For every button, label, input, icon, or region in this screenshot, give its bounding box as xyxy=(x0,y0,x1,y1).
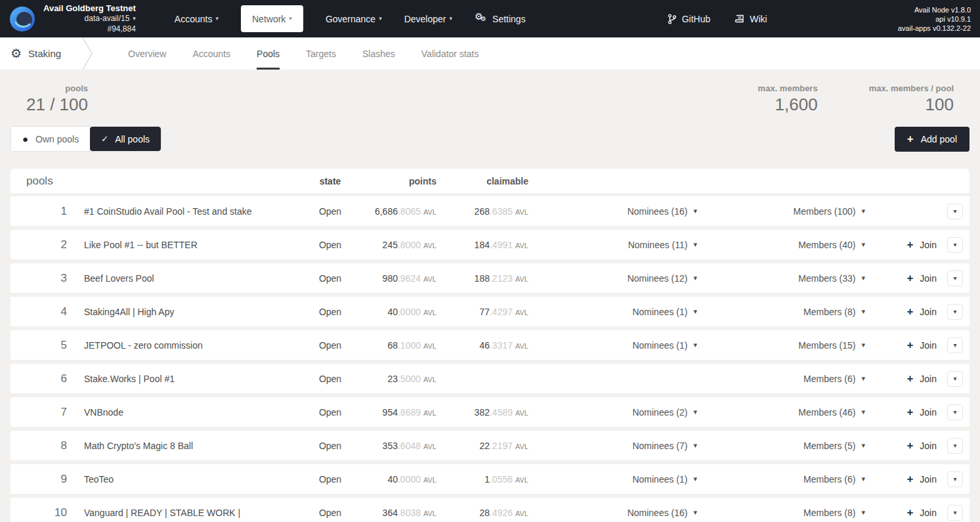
join-label: Join xyxy=(920,474,937,485)
pool-expander-button[interactable]: ▾ xyxy=(947,505,963,521)
chevron-down-icon: ▾ xyxy=(953,509,956,516)
pool-members[interactable]: Members (5)▾ xyxy=(697,441,865,451)
col-header-points: points xyxy=(360,176,437,186)
pool-name: Staking4All | High Apy xyxy=(84,307,301,317)
pool-join[interactable]: +Join xyxy=(865,272,937,285)
pool-expander-button[interactable]: ▾ xyxy=(947,471,963,487)
stat-label: pools xyxy=(26,83,88,93)
pool-state: Open xyxy=(301,273,360,284)
book-icon xyxy=(735,14,744,24)
pool-join[interactable]: +Join xyxy=(865,238,937,251)
avail-logo-icon[interactable] xyxy=(9,6,35,32)
pool-state: Open xyxy=(301,508,360,518)
github-link[interactable]: GitHub xyxy=(668,14,711,24)
pool-members[interactable]: Members (8)▾ xyxy=(697,307,865,317)
join-label: Join xyxy=(920,508,937,518)
pool-index: 5 xyxy=(11,339,67,352)
menu-accounts[interactable]: Accounts▾ xyxy=(175,0,219,37)
pool-members[interactable]: Members (6)▾ xyxy=(697,374,865,384)
node-version: Avail Node v1.8.0 xyxy=(898,5,971,14)
pool-members[interactable]: Members (40)▾ xyxy=(697,240,865,250)
own-pools-toggle[interactable]: ● Own pools xyxy=(11,127,90,151)
pool-nominees[interactable]: Nominees (1)▾ xyxy=(528,340,697,351)
pool-nominees[interactable]: Nominees (1)▾ xyxy=(528,307,697,317)
tab-validator-stats[interactable]: Validator stats xyxy=(421,37,479,70)
members-label: Members (46) xyxy=(798,407,855,418)
pool-join[interactable]: +Join xyxy=(865,372,937,385)
tab-accounts[interactable]: Accounts xyxy=(192,37,230,70)
tab-overview[interactable]: Overview xyxy=(128,37,166,70)
stat-label: max. members / pool xyxy=(869,83,954,93)
pool-members[interactable]: Members (100)▾ xyxy=(697,206,865,217)
pool-row: 7 VNBnode Open 954.8689AVL 382.4589AVL N… xyxy=(11,397,969,427)
pool-nominees[interactable]: Nominees (16)▾ xyxy=(528,206,697,217)
stat-value: 100 xyxy=(869,95,954,115)
pool-nominees[interactable]: Nominees (11)▾ xyxy=(528,240,697,250)
members-label: Members (8) xyxy=(803,508,855,518)
pool-nominees[interactable]: Nominees (16)▾ xyxy=(528,508,697,518)
tab-pools[interactable]: Pools xyxy=(257,37,280,70)
tab-slashes[interactable]: Slashes xyxy=(362,37,395,70)
version-info: Avail Node v1.8.0 api v10.9.1 avail-apps… xyxy=(898,5,971,33)
pool-expander-button[interactable]: ▾ xyxy=(947,438,963,454)
pool-claimable: 188.2123AVL xyxy=(437,273,528,284)
pool-join[interactable]: +Join xyxy=(865,305,937,318)
pool-join[interactable]: +Join xyxy=(865,406,937,419)
pool-row: 2 Like Pool #1 -- but BETTER Open 245.80… xyxy=(11,230,969,259)
pool-expander-button[interactable]: ▾ xyxy=(947,271,963,286)
settings-gears-icon: ⚙⚙ xyxy=(475,13,488,25)
menu-developer[interactable]: Developer▾ xyxy=(404,0,452,37)
pool-index: 10 xyxy=(11,506,67,519)
menu-settings[interactable]: ⚙⚙ Settings xyxy=(475,0,526,37)
pool-state: Open xyxy=(301,374,360,384)
pool-members[interactable]: Members (33)▾ xyxy=(697,273,865,284)
add-pool-button[interactable]: + Add pool xyxy=(895,127,969,152)
pool-row: 1 #1 CoinStudio Avail Pool - Test and st… xyxy=(11,196,969,226)
pool-members[interactable]: Members (15)▾ xyxy=(697,340,865,351)
pool-members[interactable]: Members (46)▾ xyxy=(697,407,865,418)
pools-table-header: pools state points claimable xyxy=(11,169,969,193)
members-label: Members (8) xyxy=(803,307,855,317)
wiki-link[interactable]: Wiki xyxy=(735,14,767,24)
pool-members[interactable]: Members (6)▾ xyxy=(697,474,865,485)
tab-targets[interactable]: Targets xyxy=(306,37,336,70)
nominees-label: Nominees (1) xyxy=(632,474,687,485)
pool-row: 9 TeoTeo Open 40.0000AVL 1.0556AVL Nomin… xyxy=(11,464,969,494)
pool-nominees[interactable]: Nominees (12)▾ xyxy=(528,273,697,284)
filter-row: ● Own pools ✓ All pools + Add pool xyxy=(0,115,980,152)
pool-filter-toggle: ● Own pools ✓ All pools xyxy=(11,126,161,152)
pool-join[interactable]: +Join xyxy=(865,339,937,352)
join-label: Join xyxy=(920,374,937,384)
all-pools-toggle[interactable]: ✓ All pools xyxy=(90,127,161,151)
join-label: Join xyxy=(920,340,937,351)
join-label: Join xyxy=(920,307,937,317)
col-header-claimable: claimable xyxy=(437,176,528,186)
menu-network[interactable]: Network▾ xyxy=(241,5,303,32)
pool-join[interactable]: +Join xyxy=(865,506,937,519)
pool-members[interactable]: Members (8)▾ xyxy=(697,508,865,518)
pool-expander-button[interactable]: ▾ xyxy=(947,337,963,353)
pool-expander-button[interactable]: ▾ xyxy=(947,204,963,219)
pool-expander-button[interactable]: ▾ xyxy=(947,371,963,387)
pool-claimable: 1.0556AVL xyxy=(437,474,528,485)
pool-join[interactable]: +Join xyxy=(865,439,937,452)
pool-expander-button[interactable]: ▾ xyxy=(947,304,963,320)
pool-nominees[interactable]: Nominees (7)▾ xyxy=(528,441,697,451)
pool-nominees[interactable]: Nominees (2)▾ xyxy=(528,407,697,418)
join-label: Join xyxy=(920,407,937,418)
pool-row: 10 Vanguard | READY | STABLE WORK | Open… xyxy=(11,498,969,522)
menu-governance[interactable]: Governance▾ xyxy=(326,0,382,37)
nominees-label: Nominees (1) xyxy=(632,307,687,317)
pool-index: 8 xyxy=(11,439,67,452)
pool-claimable: 28.4926AVL xyxy=(437,508,528,518)
pool-points: 245.8000AVL xyxy=(360,240,437,250)
pool-join[interactable]: +Join xyxy=(865,473,937,486)
section-title: ⚙ Staking xyxy=(11,37,61,70)
chain-spec-selector[interactable]: data-avail/15▾ xyxy=(43,14,136,24)
plus-icon: + xyxy=(906,238,913,251)
pool-nominees[interactable]: Nominees (1)▾ xyxy=(528,474,697,485)
pool-expander-button[interactable]: ▾ xyxy=(947,237,963,253)
pool-expander-button[interactable]: ▾ xyxy=(947,404,963,420)
pool-state: Open xyxy=(301,307,360,317)
nominees-label: Nominees (7) xyxy=(632,441,687,451)
